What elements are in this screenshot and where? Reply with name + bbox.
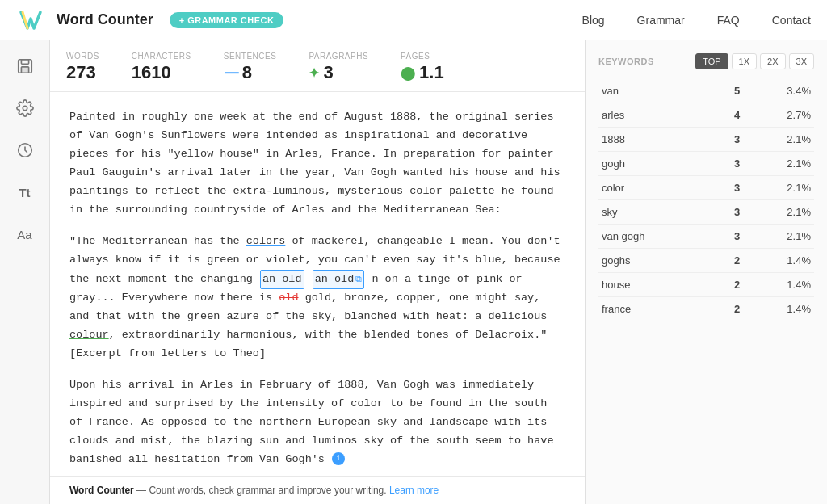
keyword-table: van 5 3.4% arles 4 2.7% 1888 3 2.1% gogh… bbox=[598, 79, 814, 321]
editor-footer: Word Counter — Count words, check gramma… bbox=[50, 476, 585, 504]
keyword-pct: 1.4% bbox=[743, 273, 814, 297]
colors-word: colors bbox=[246, 235, 286, 247]
settings-icon[interactable] bbox=[12, 95, 38, 121]
stats-bar: WORDS 273 CHARACTERS 1610 SENTENCES ⸻ 8 … bbox=[50, 40, 585, 92]
tab-3x[interactable]: 3X bbox=[789, 53, 814, 69]
left-sidebar: Tt Aa bbox=[0, 40, 50, 504]
save-icon[interactable] bbox=[12, 53, 38, 79]
keyword-pct: 1.4% bbox=[743, 249, 814, 273]
stat-paragraphs: PARAGRAPHS ✦ 3 bbox=[309, 52, 368, 83]
footer-learn-more-link[interactable]: Learn more bbox=[389, 485, 439, 496]
keyword-row: goghs 2 1.4% bbox=[598, 249, 814, 273]
colour-word: colour bbox=[69, 329, 109, 341]
text-editor[interactable]: Painted in roughly one week at the end o… bbox=[50, 92, 585, 476]
keyword-word: france bbox=[598, 297, 715, 321]
keyword-row: sky 3 2.1% bbox=[598, 200, 814, 225]
copy-icon[interactable]: ⧉ bbox=[355, 272, 362, 288]
keyword-row: van gogh 3 2.1% bbox=[598, 225, 814, 249]
keyword-row: 1888 3 2.1% bbox=[598, 128, 814, 152]
paragraph-1: Painted in roughly one week at the end o… bbox=[69, 108, 565, 220]
keyword-word: van bbox=[598, 79, 715, 103]
logo-icon bbox=[16, 6, 45, 35]
keyword-row: house 2 1.4% bbox=[598, 273, 814, 297]
keyword-tab-group: TOP 1X 2X 3X bbox=[695, 53, 814, 69]
keyword-count: 2 bbox=[715, 273, 744, 297]
anold-highlight-1: an old bbox=[260, 270, 304, 290]
old-word-strikethrough: old bbox=[279, 292, 298, 304]
pages-value: ⬤ 1.1 bbox=[401, 62, 444, 83]
svg-rect-3 bbox=[21, 67, 28, 73]
keyword-row: color 3 2.1% bbox=[598, 176, 814, 200]
keyword-count: 4 bbox=[715, 103, 744, 128]
keyword-count: 3 bbox=[715, 200, 744, 225]
nav-contact[interactable]: Contact bbox=[772, 14, 811, 27]
keywords-title: KEYWORDS bbox=[598, 57, 654, 66]
keyword-count: 3 bbox=[715, 128, 744, 152]
keyword-pct: 2.1% bbox=[743, 128, 814, 152]
keyword-word: van gogh bbox=[598, 225, 715, 249]
keyword-word: color bbox=[598, 176, 715, 200]
keyword-pct: 2.1% bbox=[743, 225, 814, 249]
keyword-count: 2 bbox=[715, 297, 744, 321]
anold-highlight-2: an old⧉ bbox=[313, 270, 365, 290]
stat-characters: CHARACTERS 1610 bbox=[132, 52, 191, 83]
content-area: WORDS 273 CHARACTERS 1610 SENTENCES ⸻ 8 … bbox=[50, 40, 585, 504]
header-nav: Blog Grammar FAQ Contact bbox=[582, 14, 811, 27]
sentences-label: SENTENCES bbox=[224, 52, 277, 61]
app-title: Word Counter bbox=[57, 11, 153, 28]
words-label: WORDS bbox=[66, 52, 99, 61]
header: Word Counter + GRAMMAR CHECK Blog Gramma… bbox=[0, 0, 827, 40]
keyword-pct: 2.1% bbox=[743, 176, 814, 200]
keyword-word: goghs bbox=[598, 249, 715, 273]
keyword-word: arles bbox=[598, 103, 715, 128]
font-style-icon[interactable]: Aa bbox=[12, 221, 38, 247]
keyword-count: 2 bbox=[715, 249, 744, 273]
grammar-check-button[interactable]: + GRAMMAR CHECK bbox=[170, 12, 284, 28]
keyword-pct: 1.4% bbox=[743, 297, 814, 321]
main-layout: Tt Aa WORDS 273 CHARACTERS 1610 SENTENCE… bbox=[0, 40, 827, 504]
pages-label: PAGES bbox=[401, 52, 444, 61]
footer-text: Count words, check grammar and improve y… bbox=[149, 485, 388, 496]
keyword-pct: 3.4% bbox=[743, 79, 814, 103]
stat-sentences: SENTENCES ⸻ 8 bbox=[224, 52, 277, 83]
info-bubble-icon: i bbox=[332, 452, 345, 465]
keyword-row: france 2 1.4% bbox=[598, 297, 814, 321]
nav-grammar[interactable]: Grammar bbox=[637, 14, 685, 27]
keyword-pct: 2.1% bbox=[743, 152, 814, 176]
keyword-count: 5 bbox=[715, 79, 744, 103]
tab-top[interactable]: TOP bbox=[695, 53, 728, 69]
keywords-header: KEYWORDS TOP 1X 2X 3X bbox=[598, 53, 814, 69]
keyword-row: gogh 3 2.1% bbox=[598, 152, 814, 176]
paragraphs-label: PARAGRAPHS bbox=[309, 52, 368, 61]
paragraphs-value: ✦ 3 bbox=[309, 62, 368, 83]
right-panel: KEYWORDS TOP 1X 2X 3X van 5 3.4% arles 4… bbox=[585, 40, 827, 504]
characters-value: 1610 bbox=[132, 62, 191, 83]
keyword-count: 3 bbox=[715, 152, 744, 176]
paragraph-2: "The Mediterranean has the colors of mac… bbox=[69, 233, 565, 364]
stat-pages: PAGES ⬤ 1.1 bbox=[401, 52, 444, 83]
tab-2x[interactable]: 2X bbox=[760, 53, 785, 69]
keyword-row: arles 4 2.7% bbox=[598, 103, 814, 128]
svg-rect-2 bbox=[21, 60, 28, 65]
keyword-count: 3 bbox=[715, 176, 744, 200]
keyword-word: sky bbox=[598, 200, 715, 225]
keyword-word: gogh bbox=[598, 152, 715, 176]
sentences-value: ⸻ 8 bbox=[224, 62, 277, 83]
clock-icon[interactable] bbox=[12, 137, 38, 163]
keyword-pct: 2.7% bbox=[743, 103, 814, 128]
keyword-word: 1888 bbox=[598, 128, 715, 152]
svg-point-4 bbox=[23, 106, 27, 111]
keyword-count: 3 bbox=[715, 225, 744, 249]
keyword-row: van 5 3.4% bbox=[598, 79, 814, 103]
keyword-word: house bbox=[598, 273, 715, 297]
footer-brand: Word Counter bbox=[69, 485, 134, 496]
stat-words: WORDS 273 bbox=[66, 52, 99, 83]
font-size-icon[interactable]: Tt bbox=[12, 179, 38, 205]
paragraph-3: Upon his arrival in Arles in February of… bbox=[69, 376, 565, 469]
tab-1x[interactable]: 1X bbox=[732, 53, 757, 69]
nav-faq[interactable]: FAQ bbox=[717, 14, 740, 27]
characters-label: CHARACTERS bbox=[132, 52, 191, 61]
words-value: 273 bbox=[66, 62, 99, 83]
nav-blog[interactable]: Blog bbox=[582, 14, 605, 27]
keyword-pct: 2.1% bbox=[743, 200, 814, 225]
